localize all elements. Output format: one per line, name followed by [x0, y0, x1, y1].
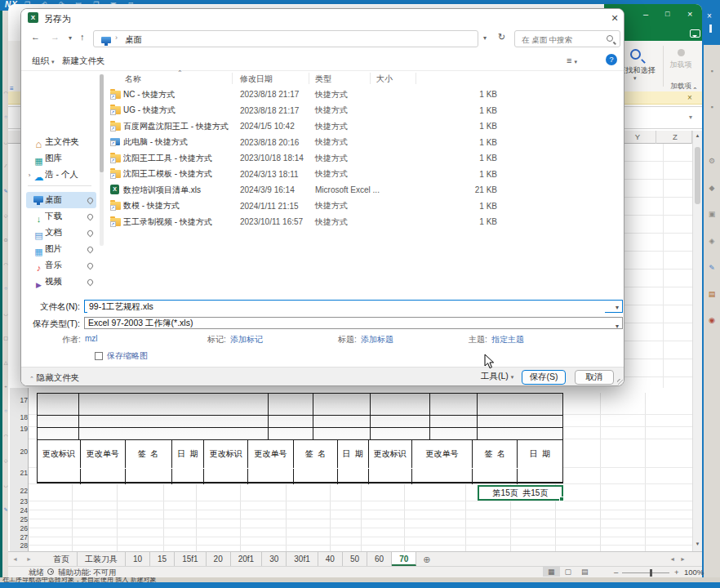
sheet-tab[interactable]: 20f1 [231, 552, 262, 566]
zoom-level[interactable]: 100% [684, 568, 704, 577]
sheet-tab[interactable]: 30f1 [287, 552, 318, 566]
scrollbar-thumb[interactable] [695, 147, 700, 204]
author-value[interactable]: mzl [85, 334, 98, 343]
search-box[interactable] [514, 30, 620, 47]
row-number[interactable]: 21 [11, 469, 28, 477]
addins-button[interactable]: 加载项 [668, 60, 694, 69]
file-row[interactable]: 沈阳王工模板 - 快捷方式 2024/3/13 18:11 快捷方式 1 KB [105, 167, 624, 183]
nx-tool-icon[interactable]: ◈ [704, 237, 720, 245]
search-input[interactable] [520, 32, 601, 47]
sheet-tab[interactable]: 30 [262, 552, 287, 566]
nx-tool-icon[interactable]: ▪ [704, 103, 720, 111]
sidebar-item[interactable]: › 音乐 [26, 257, 96, 274]
find-select-icon[interactable] [630, 49, 641, 60]
sheet-tab[interactable]: 首页 [46, 552, 78, 566]
row-number[interactable]: 18 [11, 413, 28, 421]
sidebar-item[interactable]: › 图片 [26, 241, 96, 257]
up-icon[interactable]: ↑ [80, 32, 85, 42]
file-row[interactable]: NC - 快捷方式 2023/8/18 21:17 快捷方式 1 KB [105, 87, 624, 103]
close-icon[interactable]: ✕ [607, 11, 622, 24]
sidebar-item[interactable]: › 视频 [26, 274, 96, 290]
nx-tool-icon[interactable]: ◆ [704, 184, 720, 192]
selected-cell-page-number[interactable]: 第15页 共15页 [478, 485, 563, 501]
sheet-tab[interactable]: 50 [343, 552, 367, 566]
sidebar-item[interactable]: › 图库 [26, 150, 96, 167]
breadcrumb-location[interactable]: 桌面 [125, 34, 142, 46]
scroll-up-icon[interactable]: ▲ [694, 133, 701, 138]
save-button[interactable]: 保存(S) [522, 370, 566, 385]
column-header-name[interactable]: 名称 [125, 74, 141, 85]
sheet-tab[interactable]: 60 [367, 552, 392, 566]
nx-tool-icon[interactable]: ▪ [704, 67, 720, 75]
column-header-size[interactable]: 大小 [376, 74, 393, 85]
add-title-link[interactable]: 添加标题 [361, 334, 393, 345]
zoom-in-icon[interactable]: + [674, 568, 679, 577]
sidebar-item[interactable]: › 桌面 [26, 192, 96, 208]
add-tags-link[interactable]: 添加标记 [230, 334, 263, 345]
row-number[interactable]: 17 [11, 396, 28, 404]
recent-locations-icon[interactable]: ▾ [69, 34, 72, 42]
column-header[interactable]: Z [656, 132, 694, 141]
row-number[interactable]: 25 [11, 515, 28, 523]
nx-tool-icon[interactable]: ▣ [704, 210, 720, 218]
sheet-tab[interactable]: 工装刀具 [78, 552, 126, 566]
file-row[interactable]: 数控培训项目清单.xls 2024/3/9 16:14 Microsoft Ex… [105, 182, 624, 198]
right-grid[interactable] [624, 144, 692, 388]
sidebar-item[interactable]: › 下载 [26, 208, 96, 225]
organize-button[interactable]: 组织 ▾ [32, 56, 54, 67]
minimize-icon[interactable]: – [643, 9, 648, 19]
filename-input[interactable] [87, 301, 605, 314]
nx-pencil-icon[interactable]: ✎ [704, 264, 720, 272]
sidebar-item[interactable]: › 王工录制视频 [26, 297, 96, 299]
sheet-tab[interactable]: 20 [207, 552, 231, 566]
sidebar-item[interactable]: › 文档 [26, 225, 96, 241]
zoom-slider[interactable] [622, 572, 669, 573]
refresh-icon[interactable]: ↻ [498, 32, 505, 42]
row-number[interactable]: 20 [11, 448, 28, 456]
view-options-button[interactable]: ≡ ▾ [567, 56, 577, 65]
sheet-tab[interactable]: 10 [126, 552, 150, 566]
filename-field[interactable]: ▾ [84, 300, 623, 313]
tab-scroll-left-icon[interactable]: ◄ [8, 552, 22, 566]
comments-icon[interactable] [690, 29, 700, 38]
scroll-down-icon[interactable]: ▼ [694, 541, 701, 546]
chevron-down-icon[interactable]: ▾ [616, 304, 619, 311]
row-number[interactable]: 19 [11, 425, 28, 433]
save-thumbnail-option[interactable]: 保存缩略图 [95, 350, 217, 361]
view-switcher[interactable]: ▦▢▤ [543, 567, 593, 577]
row-number[interactable]: 26 [11, 524, 28, 532]
file-row[interactable]: 王工录制视频 - 快捷方式 2023/10/11 16:57 快捷方式 1 KB [105, 214, 624, 230]
expander-icon[interactable]: › [26, 172, 33, 179]
cancel-button[interactable]: 取消 [575, 370, 614, 385]
forward-icon[interactable]: → [51, 32, 60, 42]
nx-tool-icon[interactable]: ◉ [704, 316, 720, 324]
tab-scroll-right-icon[interactable]: ► [22, 552, 36, 566]
nx-tool-icon[interactable]: ▤ [704, 290, 720, 298]
file-row[interactable]: UG - 快捷方式 2023/8/18 21:17 快捷方式 1 KB [105, 103, 624, 119]
resize-grip[interactable] [617, 379, 623, 385]
row-number[interactable]: 24 [11, 506, 28, 514]
chevron-down-icon[interactable]: ▾ [689, 114, 692, 121]
new-sheet-icon[interactable]: ⊕ [423, 552, 430, 566]
sheet-tab[interactable]: 70 [392, 552, 416, 566]
sheet-tab[interactable]: 40 [318, 552, 343, 566]
sort-ascending-icon[interactable]: ⌃ [177, 69, 183, 77]
close-icon[interactable]: × [687, 9, 692, 19]
back-icon[interactable]: ← [31, 32, 40, 42]
nx-close-icon[interactable]: × [707, 11, 712, 20]
horizontal-scroll-icons[interactable]: ◄► [669, 552, 702, 566]
maximize-icon[interactable]: □ [665, 10, 669, 18]
row-number[interactable]: 22 [11, 487, 28, 495]
help-icon[interactable]: ? [606, 54, 617, 65]
nx-gear-icon[interactable]: ⚙ [704, 157, 720, 165]
chevron-down-icon[interactable]: ▾ [633, 75, 637, 82]
zoom-out-icon[interactable]: – [614, 568, 618, 577]
file-row[interactable]: 数模 - 快捷方式 2024/1/11 21:15 快捷方式 1 KB [105, 198, 624, 215]
file-row[interactable]: 百度网盘沈阳王工 - 快捷方式 2024/1/5 10:42 快捷方式 1 KB [105, 118, 624, 135]
row-number[interactable]: 23 [11, 497, 28, 506]
column-header-date[interactable]: 修改日期 [240, 74, 273, 85]
row-number[interactable]: 28 [11, 541, 28, 550]
sidebar-scrollbar-thumb[interactable] [100, 74, 104, 172]
savetype-select[interactable]: Excel 97-2003 工作簿(*.xls) ▾ [84, 317, 623, 329]
new-folder-button[interactable]: 新建文件夹 [62, 56, 105, 67]
